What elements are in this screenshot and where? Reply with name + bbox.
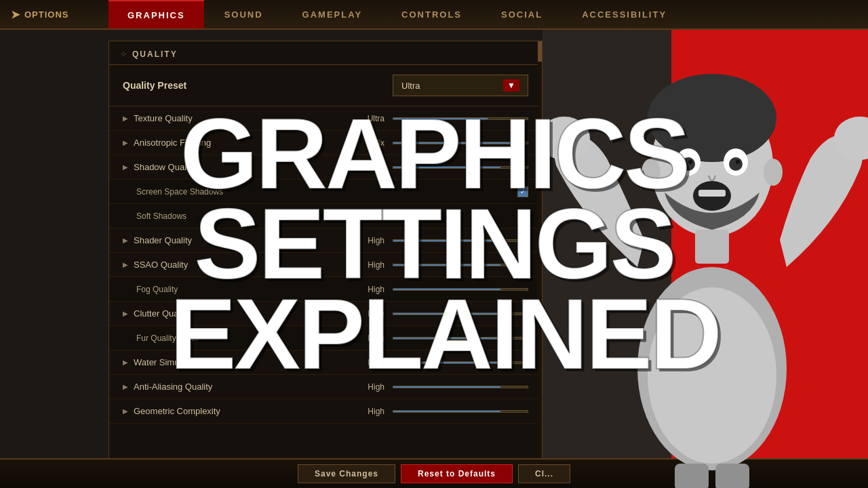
slider-fill bbox=[393, 386, 500, 388]
chevron-icon: ▶ bbox=[123, 139, 128, 146]
tab-graphics[interactable]: GRAPHICS bbox=[108, 0, 204, 28]
nav-tabs-container: GRAPHICS SOUND GAMEPLAY CONTROLS SOCIAL … bbox=[108, 0, 686, 28]
setting-value-geometric: High bbox=[357, 407, 384, 416]
setting-row-fog-quality[interactable]: Fog Quality High bbox=[109, 277, 542, 302]
settings-panel: ⁘ QUALITY Quality Preset Ultra ▼ ▶ Textu… bbox=[108, 41, 542, 474]
setting-row-shader-quality[interactable]: ▶ Shader Quality High bbox=[109, 228, 542, 253]
slider-fill bbox=[393, 411, 500, 412]
panel-header: ⁘ QUALITY bbox=[109, 41, 542, 65]
setting-name-soft-shadows: Soft Shadows bbox=[136, 211, 517, 221]
quality-preset-row: Quality Preset Ultra ▼ bbox=[109, 65, 542, 106]
svg-rect-16 bbox=[695, 230, 729, 264]
setting-name-screen-shadows: Screen Space Shadows bbox=[136, 187, 517, 197]
settings-list: ▶ Texture Quality Ultra ▶ Anisotropic Fi… bbox=[109, 106, 542, 424]
panel-section-title: QUALITY bbox=[132, 49, 178, 59]
setting-name-shadow-quality: Shadow Quality bbox=[134, 162, 357, 172]
setting-name-fog-quality: Fog Quality bbox=[136, 285, 357, 294]
options-back[interactable]: ➤ OPTIONS bbox=[0, 8, 108, 21]
setting-value-fog-quality: High bbox=[357, 285, 384, 294]
chevron-icon: ▶ bbox=[123, 310, 128, 317]
person-svg bbox=[502, 30, 868, 488]
setting-value-clutter-quality: High bbox=[357, 309, 384, 319]
tab-accessibility[interactable]: ACCESSIBILITY bbox=[563, 0, 686, 28]
setting-name-water-quality: Water Simulation Quality bbox=[134, 357, 357, 367]
setting-row-soft-shadows[interactable]: Soft Shadows bbox=[109, 204, 542, 228]
setting-row-ssao[interactable]: ▶ SSAO Quality High bbox=[109, 253, 542, 277]
slider-fill bbox=[393, 313, 500, 314]
setting-value-shader-quality: High bbox=[357, 236, 384, 245]
chevron-icon: ▶ bbox=[123, 261, 128, 268]
chevron-icon: ▶ bbox=[123, 383, 128, 390]
svg-point-4 bbox=[538, 117, 590, 160]
setting-name-geometric: Geometric Complexity bbox=[134, 406, 357, 416]
setting-row-clutter-quality[interactable]: ▶ Clutter Quality High bbox=[109, 302, 542, 326]
tab-gameplay[interactable]: GAMEPLAY bbox=[283, 0, 381, 28]
setting-value-antialiasing: High bbox=[357, 382, 384, 392]
chevron-icon: ▶ bbox=[123, 115, 128, 122]
setting-value-water-quality: High bbox=[357, 358, 384, 367]
svg-point-14 bbox=[642, 159, 660, 186]
slider-fill bbox=[393, 338, 500, 339]
quality-preset-label: Quality Preset bbox=[123, 80, 393, 91]
svg-point-13 bbox=[736, 160, 740, 164]
setting-row-water-quality[interactable]: ▶ Water Simulation Quality High bbox=[109, 350, 542, 375]
slider-fill bbox=[393, 362, 500, 363]
svg-rect-7 bbox=[698, 190, 726, 197]
setting-row-screen-shadows[interactable]: Screen Space Shadows bbox=[109, 180, 542, 204]
top-navigation: ➤ OPTIONS GRAPHICS SOUND GAMEPLAY CONTRO… bbox=[0, 0, 868, 30]
svg-point-1 bbox=[648, 287, 776, 464]
svg-point-15 bbox=[764, 159, 783, 186]
setting-name-shader-quality: Shader Quality bbox=[134, 235, 357, 245]
chevron-icon: ▶ bbox=[123, 163, 128, 171]
tab-controls[interactable]: CONTROLS bbox=[382, 0, 481, 28]
svg-point-11 bbox=[729, 157, 743, 171]
svg-point-12 bbox=[688, 160, 692, 164]
svg-point-3 bbox=[648, 74, 776, 162]
setting-row-fur-quality[interactable]: Fur Quality Level High bbox=[109, 326, 542, 350]
setting-name-clutter-quality: Clutter Quality bbox=[134, 308, 357, 319]
svg-rect-17 bbox=[675, 464, 709, 488]
setting-name-anisotropic: Anisotropic Filtering bbox=[134, 138, 357, 148]
slider-fill bbox=[393, 289, 500, 290]
svg-rect-18 bbox=[715, 464, 749, 488]
chevron-icon: ▶ bbox=[123, 359, 128, 366]
person-image bbox=[502, 30, 868, 488]
setting-row-anisotropic[interactable]: ▶ Anisotropic Filtering 16x bbox=[109, 131, 542, 155]
slider-fill bbox=[393, 167, 500, 168]
tab-sound[interactable]: SOUND bbox=[205, 0, 282, 28]
panel-icon: ⁘ bbox=[120, 49, 127, 59]
preset-value: Ultra bbox=[401, 81, 420, 91]
setting-value-texture-quality: Ultra bbox=[357, 114, 384, 123]
slider-fill bbox=[393, 118, 488, 119]
setting-name-ssao: SSAO Quality bbox=[134, 260, 357, 270]
chevron-icon: ▶ bbox=[123, 237, 128, 244]
setting-value-ssao: High bbox=[357, 260, 384, 270]
setting-name-antialiasing: Anti-Aliasing Quality bbox=[134, 382, 357, 392]
options-label: OPTIONS bbox=[24, 9, 69, 20]
slider-fill bbox=[393, 264, 500, 266]
setting-row-antialiasing[interactable]: ▶ Anti-Aliasing Quality High bbox=[109, 375, 542, 399]
setting-name-fur-quality: Fur Quality Level bbox=[136, 333, 357, 343]
save-changes-button[interactable]: Save Changes bbox=[298, 464, 395, 483]
chevron-icon: ▶ bbox=[123, 407, 128, 415]
reset-defaults-button[interactable]: Reset to Defaults bbox=[401, 464, 513, 483]
setting-value-fur-quality: High bbox=[357, 333, 384, 343]
setting-value-anisotropic: 16x bbox=[357, 138, 384, 148]
svg-point-10 bbox=[682, 157, 695, 171]
setting-value-shadow-quality: High bbox=[357, 163, 384, 172]
setting-row-geometric[interactable]: ▶ Geometric Complexity High bbox=[109, 399, 542, 424]
setting-name-texture-quality: Texture Quality bbox=[134, 113, 357, 123]
tab-social[interactable]: SOCIAL bbox=[482, 0, 561, 28]
setting-row-shadow-quality[interactable]: ▶ Shadow Quality High bbox=[109, 155, 542, 180]
back-arrow-icon: ➤ bbox=[11, 8, 20, 21]
slider-fill bbox=[393, 240, 500, 241]
setting-row-texture-quality[interactable]: ▶ Texture Quality Ultra bbox=[109, 106, 542, 131]
